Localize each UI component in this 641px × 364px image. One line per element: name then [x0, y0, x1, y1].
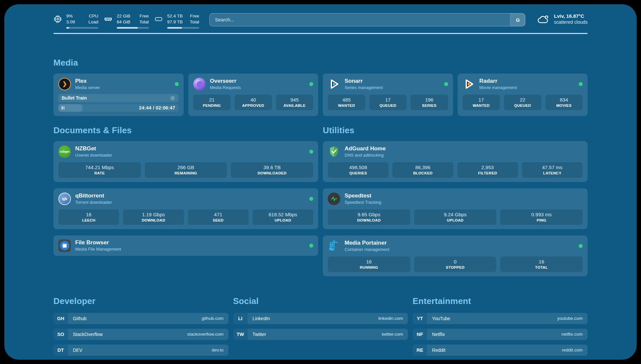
app-name: Radarr: [479, 78, 517, 84]
status-online-dot: [175, 82, 179, 86]
app-subtitle: Media server: [75, 85, 100, 90]
media-section-title: Media: [53, 58, 588, 68]
app-subtitle: Series management: [345, 85, 383, 90]
status-online-dot: [309, 197, 313, 201]
app-subtitle: Speedtest Tracking: [345, 200, 381, 205]
app-name: Sonarr: [345, 78, 383, 84]
bookmark-abbr: RE: [412, 345, 427, 356]
app-card-nzbget[interactable]: nzbget NZBGet Usenet downloader 744.21 M…: [53, 141, 318, 182]
app-card-speedtest[interactable]: Speedtest Speedtest Tracking 9.65 Gbps D…: [323, 188, 588, 229]
app-card-filebrowser[interactable]: File Browser Media File Management: [53, 235, 318, 256]
bookmark-youtube[interactable]: YT YouTube youtube.com: [412, 313, 588, 324]
sonarr-logo-icon: [328, 78, 340, 90]
memory-free-label: Free: [139, 13, 149, 19]
bookmark-abbr: TW: [233, 329, 248, 340]
app-subtitle: Container management: [345, 247, 389, 252]
memory-stat-widget: 22 GiB 64 GiB Free Total: [104, 13, 149, 29]
disk-free-value: 52.4 TB: [167, 13, 183, 19]
stat-wanted: 485 WANTED: [328, 95, 365, 110]
search-input[interactable]: [209, 13, 525, 26]
stat-running: 16 RUNNING: [328, 257, 410, 272]
bookmark-netflix[interactable]: NF Netflix netflix.com: [412, 329, 588, 340]
weather-widget: Lviv, 16.87°C scattered clouds: [537, 13, 588, 25]
bookmark-linkedin[interactable]: LI LinkedIn linkedin.com: [233, 313, 408, 324]
utilities-section-title: Utilities: [323, 125, 588, 136]
adguard-logo-icon: [328, 145, 340, 158]
stat-available: 945 AVAILABLE: [276, 95, 314, 110]
disk-stat-widget: 52.4 TB 97.9 TB Free Total: [154, 13, 199, 29]
app-card-radarr[interactable]: Radarr Movie management 17 WANTED 22 QUE…: [458, 74, 588, 116]
bookmark-name: Twitter: [253, 332, 266, 337]
bookmark-stackoverflow[interactable]: SO StackOverflow stackoverflow.com: [53, 329, 229, 340]
cpu-stat-widget: 9% 3.09 CPU Load: [53, 13, 98, 29]
bookmark-name: YouTube: [432, 316, 450, 321]
documents-section-title: Documents & Files: [53, 125, 318, 136]
portainer-logo-icon: [328, 240, 340, 252]
bookmark-abbr: SO: [53, 329, 68, 340]
app-card-plex[interactable]: ❯ Plex Media server Bullet Train: [53, 74, 184, 116]
disk-free-label: Free: [190, 13, 199, 19]
search-bar: G: [209, 13, 525, 26]
memory-progress-bar: [117, 27, 149, 29]
bookmark-url: stackoverflow.com: [187, 332, 223, 337]
cpu-usage-value: 9%: [66, 13, 75, 19]
now-playing-row: Bullet Train: [58, 94, 179, 102]
stat-upload: 9.24 Gbps UPLOAD: [414, 209, 497, 225]
bookmark-url: twitter.com: [382, 332, 403, 337]
developer-section-title: Developer: [53, 296, 229, 306]
session-settings-icon[interactable]: [170, 95, 175, 101]
stat-wanted: 17 WANTED: [463, 95, 500, 110]
playback-progress-row: 24:44 / 02:06:47: [58, 104, 179, 112]
app-subtitle: DNS and adblocking: [345, 153, 386, 158]
app-name: Media Portainer: [345, 240, 389, 246]
app-card-adguard[interactable]: AdGuard Home DNS and adblocking 498,508 …: [323, 141, 588, 182]
stat-queued: 17 QUEUED: [369, 95, 407, 110]
cpu-usage-label: CPU: [88, 13, 98, 19]
social-section-title: Social: [233, 296, 408, 306]
app-name: Overseerr: [210, 78, 241, 84]
search-engine-button[interactable]: G: [510, 13, 525, 26]
app-card-sonarr[interactable]: Sonarr Series management 485 WANTED 17 Q…: [323, 74, 453, 116]
app-subtitle: Media Requests: [210, 85, 241, 90]
app-card-overseerr[interactable]: Overseerr Media Requests 21 PENDING 40 A…: [188, 74, 319, 116]
stat-ping: 0.993 ms PING: [500, 209, 583, 225]
stat-stopped: 0 STOPPED: [414, 257, 497, 272]
status-online-dot: [309, 244, 313, 248]
stat-approved: 40 APPROVED: [234, 95, 272, 110]
bookmark-reddit[interactable]: RE Reddit reddit.com: [412, 345, 588, 356]
bookmark-twitter[interactable]: TW Twitter twitter.com: [233, 329, 408, 340]
bookmark-name: StackOverflow: [73, 332, 103, 337]
stat-download: 9.65 Gbps DOWNLOAD: [328, 209, 410, 225]
weather-condition: scattered clouds: [554, 19, 588, 25]
bookmark-github[interactable]: GH Github github.com: [53, 313, 229, 324]
bookmark-section-social: Social LI LinkedIn linkedin.com TW Twitt…: [233, 296, 408, 356]
dashboard-page: 9% 3.09 CPU Load: [4, 4, 637, 360]
plex-logo-icon: ❯: [58, 78, 71, 90]
cpu-progress-bar: [66, 27, 98, 29]
bookmark-url: netflix.com: [561, 332, 583, 337]
app-subtitle: Usenet downloader: [75, 153, 112, 158]
section-documents: Documents & Files nzbget NZBGet Usenet d…: [53, 125, 318, 256]
top-bar: 9% 3.09 CPU Load: [53, 13, 588, 29]
bookmark-name: LinkedIn: [253, 316, 270, 321]
memory-free-value: 22 GiB: [117, 13, 130, 19]
stat-leech: 16 LEECH: [58, 209, 119, 225]
app-subtitle: Media File Management: [75, 247, 121, 252]
stat-remaining: 266 GB REMAINING: [145, 162, 227, 178]
stat-latency: 47.57 ms LATENCY: [522, 162, 583, 178]
stat-queries: 498,508 QUERIES: [328, 162, 388, 178]
bookmark-url: dev.to: [212, 348, 224, 352]
stat-seed: 471 SEED: [188, 209, 249, 225]
stat-rate: 744.21 Mbps RATE: [58, 162, 141, 178]
nzbget-logo-icon: nzbget: [58, 145, 71, 158]
app-card-qbittorrent[interactable]: qb qBittorrent Torrent downloader 16 LEE…: [53, 188, 318, 229]
app-card-portainer[interactable]: Media Portainer Container management 16 …: [323, 235, 588, 276]
bookmark-dev[interactable]: DT DEV dev.to: [53, 345, 229, 356]
pause-icon[interactable]: [62, 106, 64, 109]
disk-total-value: 97.9 TB: [167, 19, 183, 25]
bookmark-abbr: GH: [53, 313, 68, 324]
overseerr-logo-icon: [193, 78, 206, 90]
memory-total-value: 64 GiB: [117, 19, 130, 25]
app-subtitle: Torrent downloader: [75, 200, 112, 205]
memory-icon: [104, 15, 112, 23]
